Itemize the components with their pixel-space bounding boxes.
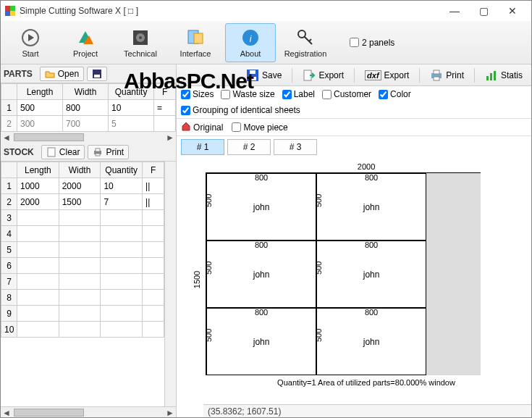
svg-text:i: i — [250, 34, 252, 44]
waste-checkbox[interactable]: Waste size — [221, 89, 274, 99]
grouping-checkbox[interactable]: Grouping of identical sheets — [181, 105, 300, 115]
home-icon — [181, 121, 191, 133]
original-button[interactable]: Original — [181, 121, 223, 133]
stock-title: STOCK — [4, 147, 34, 157]
two-panels-input[interactable] — [350, 38, 359, 47]
customer-checkbox[interactable]: Customer — [322, 89, 371, 99]
stock-vscroll[interactable] — [164, 162, 176, 406]
svg-rect-3 — [10, 11, 15, 16]
svg-rect-30 — [434, 77, 439, 80]
parts-hscroll[interactable]: ◄► — [1, 131, 176, 143]
cut-piece[interactable]: 800 500 john — [206, 241, 316, 308]
diagram-area[interactable]: 2000 1500 800 500 john 800 500 john — [177, 158, 531, 418]
svg-rect-29 — [434, 70, 439, 74]
stock-grid[interactable]: Length Width Quantity F 11000200010|| 22… — [1, 162, 164, 338]
stock-clear-button[interactable]: Clear — [41, 145, 85, 159]
table-row[interactable]: 10 — [1, 322, 164, 338]
start-button[interactable]: Start — [5, 23, 56, 62]
blank-page-icon — [46, 147, 56, 157]
printer-icon — [93, 147, 103, 157]
svg-rect-31 — [486, 76, 489, 80]
result-save-button[interactable]: Save — [240, 67, 287, 84]
parts-grid[interactable]: Length Width Quantity F 1 500 800 10 = 2… — [1, 83, 176, 131]
label-checkbox[interactable]: Label — [282, 89, 315, 99]
table-row[interactable]: 3 — [1, 210, 164, 226]
sheet-width-label: 2000 — [358, 162, 375, 171]
svg-rect-12 — [194, 33, 203, 43]
stock-hscroll[interactable]: ◄► — [1, 406, 176, 418]
sheet: 800 500 john 800 500 john 800 500 john — [206, 172, 481, 375]
gear-icon — [130, 28, 151, 48]
options-row-2: Original Move piece — [177, 119, 531, 136]
sizes-checkbox[interactable]: Sizes — [181, 89, 214, 99]
color-checkbox[interactable]: Color — [379, 89, 411, 99]
printer-icon — [430, 69, 443, 82]
svg-rect-0 — [5, 6, 10, 11]
tab-2[interactable]: # 2 — [227, 139, 271, 155]
result-dxf-export-button[interactable]: dxf Export — [359, 67, 415, 84]
close-button[interactable]: ✕ — [498, 1, 527, 21]
cut-piece[interactable]: 800 500 john — [206, 308, 316, 375]
svg-rect-1 — [10, 6, 15, 11]
table-row[interactable]: 7 — [1, 274, 164, 290]
cut-piece[interactable]: 800 500 john — [316, 241, 426, 308]
maximize-button[interactable]: ▢ — [469, 1, 498, 21]
stock-print-button[interactable]: Print — [88, 145, 129, 159]
folder-open-icon — [45, 69, 55, 79]
result-stats-button[interactable]: Statis — [479, 67, 528, 84]
parts-col-f[interactable]: F — [154, 84, 176, 100]
technical-button[interactable]: Technical — [115, 23, 166, 62]
svg-rect-19 — [94, 75, 100, 78]
table-row[interactable]: 11000200010|| — [1, 178, 164, 194]
project-button[interactable]: Project — [60, 23, 111, 62]
cut-piece[interactable]: 800 500 john — [206, 173, 316, 241]
tab-1[interactable]: # 1 — [181, 139, 224, 155]
two-panels-checkbox[interactable]: 2 panels — [350, 38, 394, 48]
save-icon — [246, 69, 259, 82]
result-print-button[interactable]: Print — [424, 67, 470, 84]
table-row[interactable]: 5 — [1, 242, 164, 258]
parts-col-length[interactable]: Length — [17, 84, 63, 100]
table-row[interactable]: 1 500 800 10 = — [1, 100, 176, 116]
svg-rect-33 — [494, 71, 496, 80]
svg-rect-32 — [490, 73, 492, 80]
dxf-icon: dxf — [365, 70, 381, 80]
key-icon — [295, 28, 316, 48]
parts-title: PARTS — [4, 69, 33, 79]
table-row[interactable]: 6 — [1, 258, 164, 274]
options-row: Sizes Waste size Label Customer Color Gr… — [177, 86, 531, 119]
parts-save-button[interactable] — [87, 67, 107, 81]
parts-col-quantity[interactable]: Quantity — [109, 84, 154, 100]
project-icon — [75, 28, 96, 48]
interface-button[interactable]: Interface — [170, 23, 221, 62]
registration-button[interactable]: Registration — [280, 23, 331, 62]
table-row[interactable]: 8 — [1, 290, 164, 306]
stock-col-f[interactable]: F — [143, 162, 164, 178]
move-piece-checkbox[interactable]: Move piece — [232, 122, 287, 133]
svg-rect-20 — [48, 148, 55, 156]
table-row[interactable]: 4 — [1, 226, 164, 242]
cut-piece[interactable]: 800 500 john — [316, 308, 426, 375]
tab-3[interactable]: # 3 — [274, 139, 317, 155]
cursor-coords: (35.8362; 1607.51) — [208, 406, 281, 417]
status-bar: (35.8362; 1607.51) — [203, 404, 531, 417]
stock-col-quantity[interactable]: Quantity — [101, 162, 143, 178]
cut-piece[interactable]: 800 500 john — [316, 173, 426, 241]
table-row[interactable]: 2200015007|| — [1, 194, 164, 210]
waste-area — [426, 173, 481, 375]
diagram-summary: Quantity=1 Area of utilized parts=80.000… — [206, 378, 527, 387]
result-export-button[interactable]: Export — [297, 67, 350, 84]
parts-col-width[interactable]: Width — [63, 84, 109, 100]
titlebar: Simple Cutting Software X [ □ ] — ▢ ✕ — [1, 1, 531, 21]
stock-col-width[interactable]: Width — [59, 162, 101, 178]
two-panels-label: 2 panels — [362, 38, 394, 48]
table-row[interactable]: 9 — [1, 306, 164, 322]
table-row[interactable]: 2 300 700 5 — [1, 116, 176, 132]
svg-rect-23 — [96, 154, 100, 156]
stock-col-length[interactable]: Length — [17, 162, 59, 178]
parts-open-button[interactable]: Open — [40, 67, 84, 81]
minimize-button[interactable]: — — [440, 1, 469, 21]
app-icon — [5, 6, 15, 16]
about-button[interactable]: i About — [225, 23, 276, 62]
result-toolbar: Save Export dxf Export Print Statis — [177, 64, 531, 86]
